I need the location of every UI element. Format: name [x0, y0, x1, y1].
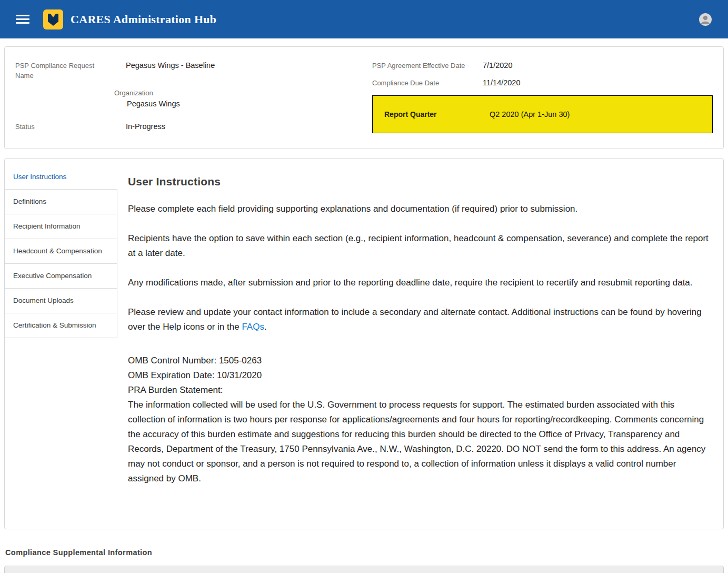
effective-date-value: 7/1/2020 — [483, 61, 512, 71]
pra-burden-label: PRA Burden Statement: — [128, 383, 712, 398]
app-logo-icon — [43, 9, 63, 29]
hamburger-menu-icon[interactable] — [16, 13, 29, 26]
tab-definitions[interactable]: Definitions — [5, 189, 117, 214]
request-name-field: PSP Compliance Request Name Pegasus Wing… — [15, 61, 368, 81]
supplemental-section-card — [4, 566, 724, 573]
top-navigation-bar: CARES Administration Hub — [0, 0, 728, 38]
request-name-label: PSP Compliance Request Name — [15, 61, 99, 81]
pra-burden-text: The information collected will be used f… — [128, 398, 712, 486]
instructions-paragraph-1: Please complete each field providing sup… — [128, 202, 712, 216]
report-quarter-label: Report Quarter — [384, 110, 490, 118]
tab-user-instructions[interactable]: User Instructions — [5, 165, 117, 189]
omb-block: OMB Control Number: 1505-0263 OMB Expira… — [128, 353, 712, 486]
status-label: Status — [15, 122, 99, 132]
report-quarter-highlight: Report Quarter Q2 2020 (Apr 1-Jun 30) — [372, 95, 713, 133]
summary-left-column: PSP Compliance Request Name Pegasus Wing… — [15, 61, 368, 135]
compliance-main-card: User Instructions Definitions Recipient … — [4, 158, 724, 529]
faqs-link[interactable]: FAQs — [242, 322, 264, 332]
tab-executive-compensation[interactable]: Executive Compensation — [5, 263, 117, 288]
omb-expiration-date: OMB Expiration Date: 10/31/2020 — [128, 368, 712, 383]
tab-certification-submission[interactable]: Certification & Submission — [5, 313, 117, 338]
instructions-paragraph-2: Recipients have the option to save withi… — [128, 231, 712, 261]
effective-date-field: PSP Agreement Effective Date 7/1/2020 — [372, 61, 713, 71]
due-date-value: 11/14/2020 — [483, 78, 521, 88]
report-quarter-value: Q2 2020 (Apr 1-Jun 30) — [490, 110, 570, 118]
instructions-paragraph-4: Please review and update your contact in… — [128, 305, 712, 334]
organization-label: Organization — [114, 88, 368, 98]
user-avatar-icon[interactable] — [699, 13, 712, 26]
compliance-summary-card: PSP Compliance Request Name Pegasus Wing… — [4, 46, 724, 149]
app-title: CARES Administration Hub — [71, 13, 216, 26]
request-name-value: Pegasus Wings - Baseline — [126, 61, 215, 71]
summary-right-column: PSP Agreement Effective Date 7/1/2020 Co… — [368, 61, 713, 135]
status-field: Status In-Progress — [15, 122, 368, 132]
effective-date-label: PSP Agreement Effective Date — [372, 61, 483, 71]
contact-text-post: . — [264, 322, 267, 332]
due-date-field: Compliance Due Date 11/14/2020 — [372, 78, 713, 88]
tab-document-uploads[interactable]: Document Uploads — [5, 288, 117, 313]
contact-text-pre: Please review and update your contact in… — [128, 307, 702, 332]
tab-headcount-compensation[interactable]: Headcount & Compensation — [5, 239, 117, 263]
omb-control-number: OMB Control Number: 1505-0263 — [128, 353, 712, 368]
tab-content-panel: User Instructions Please complete each f… — [117, 165, 714, 529]
organization-value: Pegasus Wings — [127, 99, 368, 109]
tab-recipient-information[interactable]: Recipient Information — [5, 214, 117, 239]
content-heading: User Instructions — [128, 175, 712, 188]
instructions-paragraph-3: Any modifications made, after submission… — [128, 275, 712, 290]
section-tabs: User Instructions Definitions Recipient … — [5, 165, 117, 529]
status-value: In-Progress — [126, 122, 165, 132]
due-date-label: Compliance Due Date — [372, 78, 483, 88]
supplemental-section-heading: Compliance Supplemental Information — [5, 548, 728, 557]
organization-field: Organization Pegasus Wings — [114, 88, 368, 109]
